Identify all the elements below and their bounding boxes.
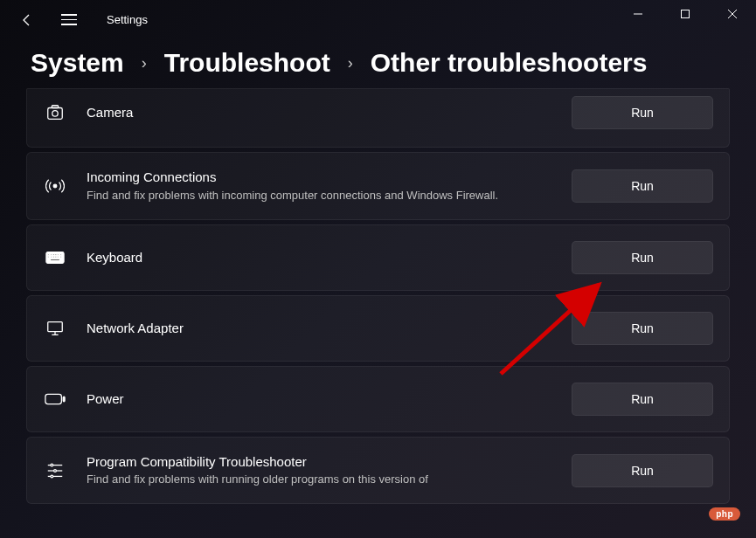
monitor-icon xyxy=(45,318,66,339)
breadcrumb: System › Troubleshoot › Other troublesho… xyxy=(0,39,756,93)
row-title: Power xyxy=(87,390,559,408)
run-button[interactable]: Run xyxy=(572,383,713,416)
svg-rect-4 xyxy=(52,106,58,108)
svg-point-3 xyxy=(52,111,58,116)
keyboard-icon xyxy=(45,247,66,268)
minimize-button[interactable] xyxy=(614,0,662,28)
breadcrumb-troubleshoot[interactable]: Troubleshoot xyxy=(164,48,330,78)
close-button[interactable] xyxy=(709,0,756,28)
svg-rect-23 xyxy=(45,394,61,404)
row-title: Network Adapter xyxy=(87,320,559,337)
chevron-right-icon: › xyxy=(348,54,353,72)
svg-rect-9 xyxy=(52,253,54,255)
troubleshooter-row: Program Compatibility Troubleshooter Fin… xyxy=(26,437,730,505)
row-desc: Find and fix problems with incoming comp… xyxy=(87,188,559,203)
svg-rect-2 xyxy=(48,108,63,120)
app-title: Settings xyxy=(107,13,148,26)
svg-rect-10 xyxy=(55,253,57,255)
svg-rect-12 xyxy=(60,253,62,255)
svg-rect-7 xyxy=(48,253,50,255)
run-button[interactable]: Run xyxy=(572,169,713,203)
run-button[interactable]: Run xyxy=(572,312,713,345)
svg-rect-14 xyxy=(51,256,52,258)
run-button[interactable]: Run xyxy=(572,96,713,129)
run-button[interactable]: Run xyxy=(572,454,713,487)
svg-rect-24 xyxy=(63,397,65,402)
row-desc: Find and fix problems with running older… xyxy=(87,472,559,487)
svg-point-33 xyxy=(51,475,53,478)
row-title: Keyboard xyxy=(87,249,559,266)
row-title: Program Compatibility Troubleshooter xyxy=(87,453,559,471)
breadcrumb-current: Other troubleshooters xyxy=(371,48,648,78)
camera-icon xyxy=(45,102,66,123)
troubleshooter-row: Incoming Connections Find and fix proble… xyxy=(26,152,730,220)
svg-point-5 xyxy=(53,184,57,188)
svg-rect-8 xyxy=(51,253,52,255)
troubleshooter-row: Camera Run xyxy=(26,88,730,148)
svg-point-32 xyxy=(54,469,57,472)
row-title: Camera xyxy=(87,104,559,121)
svg-rect-17 xyxy=(58,256,59,258)
svg-rect-13 xyxy=(48,256,50,258)
troubleshooter-row: Network Adapter Run xyxy=(26,295,730,362)
battery-icon xyxy=(45,389,66,410)
svg-rect-11 xyxy=(58,253,59,255)
row-title: Incoming Connections xyxy=(87,169,559,186)
troubleshooter-row: Keyboard Run xyxy=(26,224,730,291)
compatibility-icon xyxy=(45,460,66,481)
breadcrumb-system[interactable]: System xyxy=(31,48,124,78)
back-button[interactable] xyxy=(19,12,35,28)
svg-rect-19 xyxy=(51,259,60,261)
svg-rect-16 xyxy=(55,256,57,258)
antenna-icon xyxy=(45,176,66,197)
menu-button[interactable] xyxy=(61,14,77,25)
svg-rect-1 xyxy=(682,10,690,18)
svg-point-31 xyxy=(51,464,53,466)
maximize-button[interactable] xyxy=(662,0,709,28)
watermark: php xyxy=(709,507,740,521)
troubleshooter-row: Power Run xyxy=(26,366,730,432)
chevron-right-icon: › xyxy=(142,54,147,72)
svg-rect-20 xyxy=(48,321,63,331)
run-button[interactable]: Run xyxy=(572,241,713,274)
svg-rect-15 xyxy=(52,256,54,258)
svg-rect-18 xyxy=(60,256,62,258)
